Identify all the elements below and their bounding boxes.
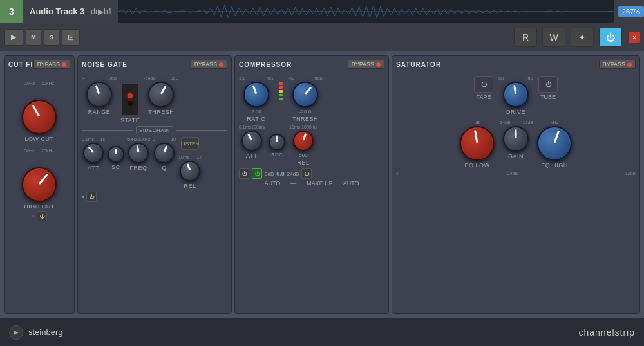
noise-gate-bypass[interactable]: BYPASS — [191, 60, 227, 69]
low-cut-knob[interactable] — [22, 100, 57, 134]
state-led-1 — [128, 93, 133, 98]
zoom-badge[interactable]: 267% — [618, 6, 644, 17]
ng-rel-knob[interactable] — [180, 161, 200, 181]
low-cut-scale-min: 20Hz — [24, 81, 35, 86]
comp-row2: 0.1ms 100ms ATT RDC 10ms 1000ms — [239, 125, 384, 166]
sat-eqlow-knob[interactable] — [460, 126, 495, 161]
comp-rel-knob[interactable] — [293, 131, 314, 151]
power-icon: ⏻ — [606, 32, 615, 42]
ng-listen-label: LISTEN — [181, 141, 199, 147]
sidechain-line-right — [176, 130, 227, 131]
ng-sc-knob[interactable] — [108, 146, 124, 163]
comp-rdc-label: RDC — [271, 152, 282, 158]
ng-rel-label: REL — [184, 183, 196, 189]
sat-gain-label: GAIN — [508, 153, 524, 159]
comp-thresh-knob[interactable] — [292, 82, 318, 107]
comp-auto-label: AUTO — [264, 180, 280, 187]
ng-freq-label: FREQ — [129, 165, 147, 171]
track-title: Audio Track 3 — [23, 6, 91, 16]
read-button[interactable]: R — [514, 28, 537, 47]
comp-rel-label: REL — [297, 159, 309, 166]
tape-power-icon: ⏻ — [481, 81, 487, 87]
high-cut-scale-max: 20kHz — [41, 149, 54, 153]
comp-row1: 1:1 8:1 2.00 RATIO — [239, 76, 384, 122]
comp-ratio-value: 2.00 — [251, 109, 261, 114]
comp-dash-label: — — [290, 180, 296, 187]
cut-filter-bypass[interactable]: BYPASS — [33, 60, 70, 69]
ng-row2: 0.1ms 1s ATT SC 50Hz 20kHz — [82, 137, 227, 189]
sat-gain-col: -24dB 12dB GAIN — [498, 120, 533, 159]
ng-range-knob[interactable] — [86, 82, 112, 107]
comp-auto-label2: AUTO — [343, 180, 359, 187]
ng-dots-row: ⏻ — [82, 192, 227, 202]
comp-ratio-knob[interactable] — [243, 82, 269, 107]
sat-gain-knob[interactable] — [503, 126, 529, 152]
ng-q-label: Q — [162, 165, 167, 171]
comp-vu-meter — [279, 82, 283, 108]
bypass-label: BYPASS — [37, 61, 60, 68]
power-button[interactable]: ⏻ — [599, 28, 622, 47]
saturator-bypass[interactable]: BYPASS — [599, 60, 636, 69]
comp-rel-col: 10ms 1000ms 500 REL — [289, 125, 317, 166]
comp-att-knob[interactable] — [242, 131, 262, 151]
comp-rdc-knob[interactable] — [269, 134, 285, 150]
track-number: 3 — [0, 0, 23, 23]
tube-label: TUBE — [540, 94, 556, 100]
sat-drive-knob[interactable] — [503, 82, 529, 107]
ng-freq-knob[interactable] — [128, 143, 149, 163]
comp-auto-btn1[interactable]: ⏻ — [239, 168, 249, 179]
cut-filter-dots: ⏻ — [32, 211, 47, 221]
close-icon: × — [632, 33, 636, 41]
comp-auto-btn2[interactable]: ⏻ — [252, 168, 262, 179]
sat-row1: ⏻ TAPE dB dB DRIVE ⏻ TUBE — [396, 76, 636, 115]
play-button[interactable]: ▶ — [4, 29, 23, 46]
tube-icon[interactable]: ⏻ — [538, 76, 558, 93]
sidechain-area: SIDECHAIN — [82, 126, 227, 134]
cut-filter-power[interactable]: ⏻ — [37, 211, 47, 221]
comp-makeup-value: 0.0 — [276, 170, 285, 177]
comp-makeup-scale-left: 0dB — [265, 171, 274, 177]
vu-led-5 — [279, 98, 283, 100]
noise-gate-section: NOISE GATE BYPASS ∞ 0dB RANGE — [77, 55, 232, 314]
sat-eqhigh-label: EQ HIGH — [541, 162, 568, 168]
write-button[interactable]: W — [542, 28, 565, 47]
logo-icon: ▶ — [9, 325, 23, 340]
vu-led-1 — [279, 82, 283, 85]
ng-att-knob[interactable] — [83, 143, 104, 163]
sidechain-line-left — [82, 130, 133, 131]
comp-att-col: 0.1ms 100ms ATT — [239, 125, 265, 159]
bypass-dot — [62, 62, 66, 67]
solo-button[interactable]: S — [44, 29, 59, 46]
comp-auto-final-btn[interactable]: ⏻ — [301, 168, 312, 179]
comp-thresh-col: -60 0dB -20.0 THRESH — [288, 76, 323, 122]
ng-listen-btn[interactable]: LISTEN — [181, 137, 199, 150]
plugin-name: channelstrip — [579, 327, 636, 338]
noise-gate-title: NOISE GATE — [82, 61, 128, 68]
tape-icon[interactable]: ⏻ — [474, 76, 493, 93]
comp-rdc-col: RDC — [269, 134, 285, 158]
write-icon: W — [549, 32, 558, 42]
freeze-button[interactable]: ⊟ — [62, 29, 80, 46]
tube-power-icon: ⏻ — [545, 81, 551, 87]
compressor-bypass[interactable]: BYPASS — [348, 60, 384, 69]
plugin-area: CUT FILTER BYPASS 20Hz 20kHz LOW CUT 50H… — [0, 51, 644, 318]
high-cut-scale-min: 50Hz — [24, 149, 35, 153]
ng-thresh-scale-right: 0dB — [171, 76, 178, 80]
state-led-2 — [128, 101, 133, 106]
close-button[interactable]: × — [629, 32, 640, 43]
sidechain-label: SIDECHAIN — [136, 126, 173, 134]
comp-makeup-label: MAKE UP — [307, 180, 333, 187]
vu-led-4 — [279, 94, 283, 96]
range-scale-right: 0dB — [109, 76, 117, 80]
high-cut-knob[interactable] — [22, 167, 57, 202]
state-col: STATE — [120, 84, 140, 123]
routing-button[interactable]: ✦ — [571, 28, 594, 47]
ng-thresh-knob[interactable] — [148, 82, 174, 107]
ng-power[interactable]: ⏻ — [86, 192, 97, 202]
comp-att-label: ATT — [246, 152, 258, 159]
ng-listen-rel-col: LISTEN 10ms 1s REL — [178, 137, 202, 189]
sat-eqhigh-knob[interactable] — [537, 126, 572, 161]
mute-button[interactable]: M — [26, 29, 41, 46]
ng-q-knob[interactable] — [154, 143, 175, 163]
sat-scale-right: 12dB — [625, 171, 636, 176]
